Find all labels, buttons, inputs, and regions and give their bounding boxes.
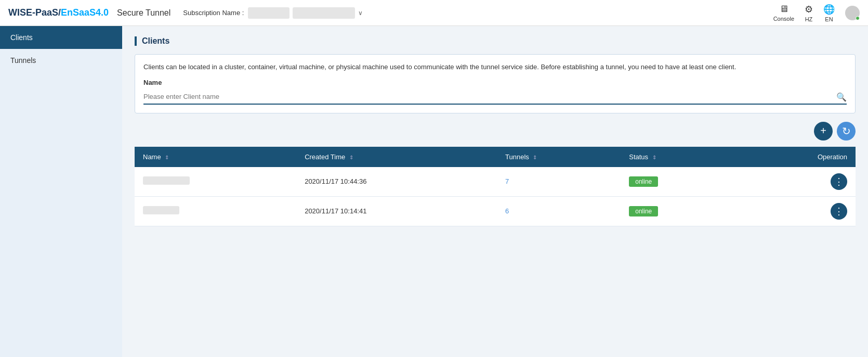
status-badge-2: online bbox=[629, 206, 658, 216]
page-title: Clients bbox=[135, 36, 856, 46]
sidebar-item-tunnels[interactable]: Tunnels bbox=[0, 49, 122, 72]
online-indicator bbox=[856, 16, 860, 20]
sidebar-clients-label: Clients bbox=[10, 33, 33, 42]
client-name-1 bbox=[135, 167, 296, 197]
client-tunnels-2: 6 bbox=[497, 196, 621, 226]
col-status: Status ⇕ bbox=[621, 147, 738, 167]
client-created-time-2: 2020/11/17 10:14:41 bbox=[296, 196, 497, 226]
subscription-value-2 bbox=[293, 7, 355, 19]
logo-wise: WISE-PaaS/ bbox=[8, 7, 61, 18]
tunnels-link-2[interactable]: 6 bbox=[505, 207, 509, 215]
console-label: Console bbox=[773, 16, 794, 22]
client-status-1: online bbox=[621, 167, 738, 197]
search-input-wrap: 🔍 bbox=[143, 90, 847, 105]
client-name-blurred-2 bbox=[143, 206, 179, 214]
header: WISE-PaaS/EnSaaS4.0 Secure Tunnel Subscr… bbox=[0, 0, 868, 26]
app-title: Secure Tunnel bbox=[117, 8, 170, 18]
search-label: Name bbox=[143, 79, 847, 86]
add-client-button[interactable]: + bbox=[814, 122, 833, 141]
col-tunnels: Tunnels ⇕ bbox=[497, 147, 621, 167]
client-operation-2: ⋮ bbox=[738, 196, 856, 226]
more-options-button-1[interactable]: ⋮ bbox=[831, 173, 847, 190]
table-row: 2020/11/17 10:44:36 7 online ⋮ bbox=[135, 167, 856, 197]
main-content: Clients Clients can be located in a clus… bbox=[122, 26, 868, 357]
layout: Clients Tunnels Clients Clients can be l… bbox=[0, 26, 868, 357]
sort-status-icon[interactable]: ⇕ bbox=[652, 155, 656, 160]
client-created-time-1: 2020/11/17 10:44:36 bbox=[296, 167, 497, 197]
sidebar: Clients Tunnels bbox=[0, 26, 122, 357]
table-header-row: Name ⇕ Created Time ⇕ Tunnels ⇕ Status ⇕ bbox=[135, 147, 856, 167]
col-name: Name ⇕ bbox=[135, 147, 296, 167]
client-status-2: online bbox=[621, 196, 738, 226]
subscription-area: Subscription Name : ∨ bbox=[183, 7, 773, 19]
gear-icon: ⚙ bbox=[805, 4, 813, 15]
status-badge-1: online bbox=[629, 176, 658, 187]
en-button[interactable]: 🌐 EN bbox=[823, 4, 835, 22]
table-row: 2020/11/17 10:14:41 6 online ⋮ bbox=[135, 196, 856, 226]
action-bar: + ↻ bbox=[135, 122, 856, 141]
info-text: Clients can be located in a cluster, con… bbox=[143, 62, 847, 72]
search-input[interactable] bbox=[143, 90, 847, 105]
sort-name-icon[interactable]: ⇕ bbox=[165, 155, 169, 160]
console-icon: 🖥 bbox=[779, 4, 788, 15]
search-icon: 🔍 bbox=[836, 92, 847, 102]
sort-time-icon[interactable]: ⇕ bbox=[349, 155, 353, 160]
col-operation: Operation bbox=[738, 147, 856, 167]
col-created-time: Created Time ⇕ bbox=[296, 147, 497, 167]
client-tunnels-1: 7 bbox=[497, 167, 621, 197]
search-section: Name 🔍 bbox=[143, 79, 847, 105]
sidebar-item-clients[interactable]: Clients bbox=[0, 26, 122, 49]
console-button[interactable]: 🖥 Console bbox=[773, 4, 794, 22]
header-right: 🖥 Console ⚙ HZ 🌐 EN bbox=[773, 4, 860, 22]
chevron-down-icon[interactable]: ∨ bbox=[358, 9, 363, 17]
refresh-button[interactable]: ↻ bbox=[837, 122, 856, 141]
subscription-dropdown[interactable]: ∨ bbox=[248, 7, 363, 19]
logo: WISE-PaaS/EnSaaS4.0 bbox=[8, 7, 109, 18]
client-name-2 bbox=[135, 196, 296, 226]
hz-button[interactable]: ⚙ HZ bbox=[805, 4, 813, 22]
hz-label: HZ bbox=[805, 16, 813, 22]
tunnels-link-1[interactable]: 7 bbox=[505, 177, 509, 185]
client-operation-1: ⋮ bbox=[738, 167, 856, 197]
subscription-label: Subscription Name : bbox=[183, 9, 244, 17]
info-box: Clients can be located in a cluster, con… bbox=[135, 54, 856, 113]
en-label: EN bbox=[825, 16, 833, 22]
client-name-blurred-1 bbox=[143, 176, 190, 185]
clients-table: Name ⇕ Created Time ⇕ Tunnels ⇕ Status ⇕ bbox=[135, 147, 856, 226]
subscription-value-1 bbox=[248, 7, 290, 19]
sidebar-tunnels-label: Tunnels bbox=[10, 56, 36, 65]
logo-ensaas: EnSaaS4.0 bbox=[61, 7, 109, 18]
more-options-button-2[interactable]: ⋮ bbox=[831, 203, 847, 220]
avatar[interactable] bbox=[845, 6, 860, 20]
globe-icon: 🌐 bbox=[823, 4, 835, 15]
sort-tunnels-icon[interactable]: ⇕ bbox=[533, 155, 537, 160]
